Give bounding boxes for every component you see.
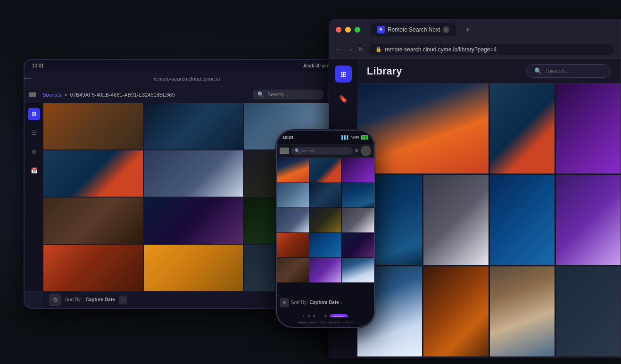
sidebar-library-icon[interactable]: ☰ <box>28 127 40 139</box>
phone-search-bar[interactable]: 🔍 Search... <box>291 147 353 155</box>
breadcrumb-id: 07B49AF5-40EB-4661-AB91-E324518BE369 <box>70 92 175 98</box>
phone-photo-5[interactable] <box>309 183 341 207</box>
tab-favicon: R <box>377 26 385 33</box>
tablet-photo-7[interactable] <box>43 198 143 244</box>
tablet-photo-2[interactable] <box>144 103 243 149</box>
phone-statusbar: 16:24 ▌▌▌ WiFi 7.8 <box>277 131 374 144</box>
phone-photo-grid <box>277 158 374 282</box>
library-header: Library 🔍 Search... <box>357 59 621 83</box>
breadcrumb-separator: > <box>64 92 67 98</box>
window-close-btn[interactable] <box>336 27 341 33</box>
phone-photo-2[interactable] <box>309 158 341 182</box>
tablet-sidebar: ⊞ ☰ ⊕ 📅 <box>25 103 43 291</box>
tablet-breadcrumb: Sources > 07B49AF5-40EB-4661-AB91-E32451… <box>42 92 249 98</box>
phone-search-icon: 🔍 <box>295 149 301 153</box>
wifi-icon: WiFi <box>351 135 359 140</box>
browser-back-btn[interactable]: ← <box>336 46 342 53</box>
window-controls <box>25 78 31 79</box>
browser-address-input[interactable]: 🔒 remote-search.cloud.cyme.io/library?pa… <box>369 44 614 55</box>
phone-photo-11[interactable] <box>309 233 341 257</box>
signal-icon: ▌▌▌ <box>341 135 349 140</box>
tablet-sort-direction-btn[interactable]: ↕ <box>119 296 127 304</box>
phone-photo-9[interactable] <box>342 208 374 232</box>
phone-photo-12[interactable] <box>342 233 374 257</box>
phone-sort-direction-icon[interactable]: ↕ <box>341 300 343 305</box>
browser-photo-redwoman[interactable] <box>490 83 555 174</box>
phone-settings-btn[interactable]: ⚙ <box>280 298 289 307</box>
phone-sortby-label: Sort By: <box>291 300 308 305</box>
library-search-icon: 🔍 <box>534 67 542 74</box>
library-search-bar[interactable]: 🔍 Search... <box>526 64 611 78</box>
phone-sortby-value[interactable]: Capture Date <box>310 300 339 305</box>
phone-device: 16:24 ▌▌▌ WiFi 7.8 🔍 Search... ⚙ <box>276 130 375 328</box>
browser-sidebar-library-icon[interactable]: ⊞ <box>335 66 352 83</box>
tablet-photo-1[interactable] <box>43 103 143 149</box>
tablet-toolbar: Sources > 07B49AF5-40EB-4661-AB91-E32451… <box>25 86 343 103</box>
tablet-photo-11[interactable] <box>144 245 243 291</box>
tablet-time: 10:01 <box>32 63 44 68</box>
browser-titlebar: R Remote Search Next × + <box>329 19 621 40</box>
tablet-photo-8[interactable] <box>144 198 243 244</box>
browser-photo-grid <box>357 83 621 358</box>
phone-photo-13[interactable] <box>277 258 309 282</box>
sidebar-calendar-icon[interactable]: 📅 <box>28 165 40 177</box>
tablet-photo-10[interactable] <box>43 245 143 291</box>
phone-filter-icon[interactable]: ⚙ <box>355 148 359 153</box>
phone-photo-7[interactable] <box>277 208 309 232</box>
phone-avatar[interactable] <box>361 146 371 156</box>
tab-label: Remote Search Next <box>388 26 440 33</box>
phone-url-text: remote-search.cloud.cyme.io — Probe <box>297 321 353 324</box>
tablet-statusbar: 10:01 Jeudi 30 janvier <box>25 60 343 71</box>
lock-icon: 🔒 <box>375 46 382 52</box>
tab-close-btn[interactable]: × <box>443 26 449 33</box>
phone-sidebar-toggle[interactable] <box>280 148 289 154</box>
phone-photo-4[interactable] <box>277 183 309 207</box>
sidebar-toggle-btn[interactable] <box>29 92 36 97</box>
tablet-settings-btn[interactable]: ⚙ <box>49 294 61 306</box>
phone-status-icons: ▌▌▌ WiFi 7.8 <box>341 135 368 140</box>
browser-forward-btn[interactable]: → <box>347 46 354 53</box>
tablet-search-bar[interactable]: 🔍 Search... <box>253 90 323 99</box>
browser-photo-purple2[interactable] <box>556 175 621 265</box>
tablet-sortby-value[interactable]: Capture Date <box>86 297 115 302</box>
browser-photo-sunset[interactable] <box>357 83 489 174</box>
browser-addressbar: ← → ↻ 🔒 remote-search.cloud.cyme.io/libr… <box>329 40 621 59</box>
tablet-url: remote-search.cloud.cyme.io <box>31 76 343 82</box>
phone-photo-10[interactable] <box>277 233 309 257</box>
browser-photo-cat[interactable] <box>423 175 488 265</box>
phone-toolbar: 🔍 Search... ⚙ <box>277 144 374 158</box>
battery-icon: 7.8 <box>361 135 368 140</box>
sidebar-album-icon[interactable]: ⊕ <box>28 146 40 158</box>
phone-photo-6[interactable] <box>342 183 374 207</box>
tablet-photo-4[interactable] <box>43 150 143 197</box>
library-title: Library <box>367 65 519 77</box>
library-search-placeholder: Search... <box>546 67 570 74</box>
browser-photo-purple[interactable] <box>556 83 621 174</box>
new-tab-btn[interactable]: + <box>462 24 473 35</box>
browser-photo-car[interactable] <box>423 266 488 356</box>
phone-bottom-bar: ⚙ Sort By: Capture Date ↕ <box>277 296 374 309</box>
browser-address-text: remote-search.cloud.cyme.io/library?page… <box>385 46 497 53</box>
browser-refresh-btn[interactable]: ↻ <box>358 46 364 53</box>
window-maximize-btn[interactable] <box>355 27 360 33</box>
tablet-sortby-label: Sort By: <box>65 297 82 302</box>
tablet-photo-5[interactable] <box>144 150 243 197</box>
sidebar-grid-icon[interactable]: ⊞ <box>28 108 40 120</box>
breadcrumb-source[interactable]: Sources <box>42 92 61 98</box>
browser-photo-swimmer[interactable] <box>490 175 555 265</box>
browser-main-area: Library 🔍 Search... <box>357 59 621 358</box>
phone-photo-14[interactable] <box>309 258 341 282</box>
tablet-titlebar: remote-search.cloud.cyme.io <box>25 71 343 86</box>
phone-url-bar: remote-search.cloud.cyme.io — Probe <box>277 317 374 327</box>
browser-sidebar-bookmark-icon[interactable]: 🔖 <box>335 90 352 107</box>
phone-photo-8[interactable] <box>309 208 341 232</box>
phone-search-placeholder: Search... <box>301 149 318 153</box>
browser-photo-extra1[interactable] <box>556 266 621 356</box>
browser-tab[interactable]: R Remote Search Next × <box>371 23 456 36</box>
phone-photo-15[interactable] <box>342 258 374 282</box>
browser-photo-building[interactable] <box>490 266 555 356</box>
phone-photo-3[interactable] <box>342 158 374 182</box>
search-icon: 🔍 <box>257 91 264 97</box>
phone-photo-1[interactable] <box>277 158 309 182</box>
window-minimize-btn[interactable] <box>345 27 351 33</box>
